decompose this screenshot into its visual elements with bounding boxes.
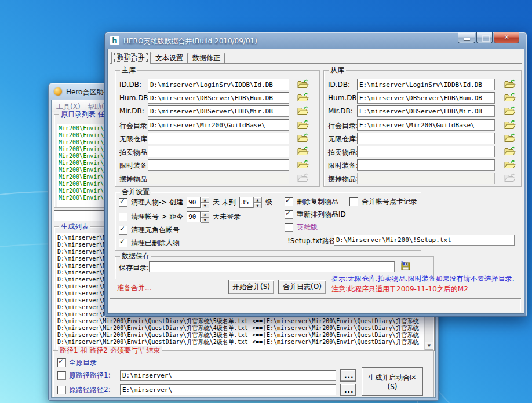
del-dup-row: 删除复制物品 (285, 197, 338, 207)
merge-card-checkbox[interactable] (349, 197, 358, 206)
browse-folder-button[interactable] (296, 133, 310, 144)
spin-up-icon[interactable]: ▲ (253, 197, 262, 203)
db-field-label: ID.DB: (328, 80, 350, 89)
open-folder-icon (504, 106, 516, 115)
minimize-button[interactable] (458, 32, 475, 43)
db-path-input[interactable] (148, 105, 289, 117)
db-field-row: 无限仓库: (115, 133, 319, 145)
clean-norole-checkbox[interactable] (119, 226, 127, 235)
del-dup-checkbox[interactable] (285, 197, 293, 206)
path2-input[interactable] (120, 384, 336, 395)
reorder-items-checkbox[interactable] (285, 210, 293, 219)
db-path-input[interactable] (357, 133, 495, 144)
db-field-label: Mir.DB: (328, 107, 353, 115)
clean-account-days-spinner: ▲▼ (187, 211, 209, 222)
generated-list-item[interactable]: D:\mirserver\Mir200\Envir\QuestDiary\升官系… (57, 325, 433, 332)
db-field-row: 行会目录: (115, 119, 319, 131)
generated-list-item[interactable]: D:\mirserver\Mir200\Envir\QuestDiary\升官系… (57, 318, 433, 325)
browse-folder-button[interactable] (503, 105, 517, 117)
maximize-button[interactable] (476, 32, 493, 43)
save-disk-icon[interactable] (400, 261, 411, 271)
clean-account-days-input[interactable] (187, 211, 201, 222)
db-field-label: 行会目录: (328, 121, 358, 131)
open-folder-icon (504, 146, 516, 156)
start-merge-button[interactable]: 开始合并(S) (228, 280, 274, 294)
db-field-label: 无限仓库: (328, 134, 358, 144)
spin-down-icon[interactable]: ▼ (201, 203, 209, 208)
path1-browse-button[interactable]: ... (340, 369, 356, 382)
browse-folder-button[interactable] (296, 159, 310, 171)
db-path-input[interactable] (148, 119, 289, 131)
browse-folder-button[interactable] (296, 119, 310, 131)
tab-data-merge[interactable]: 数据合并 (111, 52, 151, 64)
clean-char-checkbox[interactable] (119, 198, 127, 207)
db-field-row: Hum.DB: (115, 92, 319, 104)
clean-char-level-input[interactable] (239, 197, 253, 208)
db-path-input[interactable] (148, 133, 289, 144)
browse-folder-button[interactable] (503, 119, 517, 131)
clean-char-tail-label: 级 (265, 197, 272, 207)
db-path-input[interactable] (357, 146, 495, 157)
open-folder-icon (504, 133, 516, 142)
main-db-rows: ID.DB: Hum.DB: Mir.DB: 行会目录: 无限仓库: 拍卖物品:… (115, 71, 319, 186)
path1-input[interactable] (120, 370, 336, 381)
browse-folder-button[interactable] (503, 133, 517, 144)
db-field-label: Hum.DB: (328, 94, 359, 102)
spin-down-icon[interactable]: ▼ (253, 203, 262, 208)
tab-data-fix[interactable]: 数据修正 (188, 53, 225, 64)
reorder-items-label: 重新排列物品ID (297, 210, 346, 219)
scroll-down-button[interactable]: ▼ (425, 342, 433, 350)
hero-version-checkbox[interactable] (285, 223, 293, 232)
generated-list-group-label: 生成列表 (59, 222, 90, 230)
browse-folder-button[interactable] (503, 92, 517, 104)
helper-window-title: Hero合区助手 (66, 87, 110, 97)
clean-norole-label: 清理无角色帐号 (131, 225, 180, 235)
db-path-input[interactable] (357, 92, 495, 104)
generated-list-item[interactable]: D:\mirserver\Mir200\Envir\QuestDiary\升官系… (57, 339, 433, 346)
path1-checkbox[interactable] (57, 371, 66, 380)
db-path-input[interactable] (148, 92, 289, 104)
browse-folder-button[interactable] (296, 105, 310, 117)
spin-up-icon[interactable]: ▲ (201, 211, 209, 217)
db-path-input[interactable] (357, 105, 495, 117)
generate-start-button[interactable]: 生成并启动合区(S) (362, 367, 423, 396)
browse-folder-button[interactable] (503, 146, 517, 157)
merge-log-button[interactable]: 合并日志(O) (278, 280, 326, 294)
browse-folder-button[interactable] (296, 92, 310, 104)
browse-folder-button[interactable] (296, 146, 310, 157)
db-path-input[interactable] (148, 146, 289, 157)
clean-char-days-input[interactable] (187, 197, 201, 208)
path2-checkbox[interactable] (57, 386, 66, 394)
close-button[interactable]: ✕ (494, 32, 519, 43)
generated-list-item[interactable]: D:\mirserver\Mir200\Envir\QuestDiary\升官系… (57, 332, 433, 339)
tab-page-border (110, 63, 522, 64)
db-field-row: Hum.DB: (324, 92, 521, 104)
path2-browse-button[interactable]: ... (340, 384, 356, 396)
db-path-input[interactable] (148, 79, 289, 90)
all-dirs-label: 全原目录 (69, 358, 97, 368)
dialog-titlebar[interactable]: h HERO英雄版数据合并(Build 2010/09/01) ✕ (105, 32, 527, 49)
browse-folder-button[interactable] (503, 79, 517, 90)
path-rules-group: 路径1 和 路径2 必须要与'\' 结束 全原目录 原路径路径1: ... 原路… (53, 350, 434, 398)
setup-path-input[interactable] (334, 235, 515, 246)
clean-account-label: 清理帐号-> 距今 (131, 212, 183, 222)
open-folder-icon (297, 79, 309, 89)
browse-folder-button[interactable] (503, 159, 517, 171)
browse-folder-button[interactable] (296, 79, 310, 90)
db-path-input[interactable] (148, 159, 289, 171)
tab-text-settings[interactable]: 文本设置 (151, 53, 188, 64)
merge-card-label: 合并帐号点卡记录 (362, 197, 417, 207)
progress-panel (110, 298, 521, 312)
clean-account-checkbox[interactable] (119, 213, 127, 221)
db-path-input[interactable] (357, 79, 495, 90)
spin-up-icon[interactable]: ▲ (201, 197, 209, 203)
db-field-row: 拍卖物品: (115, 146, 319, 158)
save-dir-input[interactable] (149, 261, 395, 272)
db-field-row: 摆摊物品: (115, 173, 319, 185)
del-dup-label: 删除复制物品 (297, 197, 338, 207)
clean-deleted-checkbox[interactable] (119, 239, 127, 247)
db-path-input[interactable] (357, 159, 495, 171)
all-dirs-checkbox[interactable] (57, 358, 66, 367)
spin-down-icon[interactable]: ▼ (201, 217, 209, 223)
db-path-input[interactable] (357, 119, 495, 131)
